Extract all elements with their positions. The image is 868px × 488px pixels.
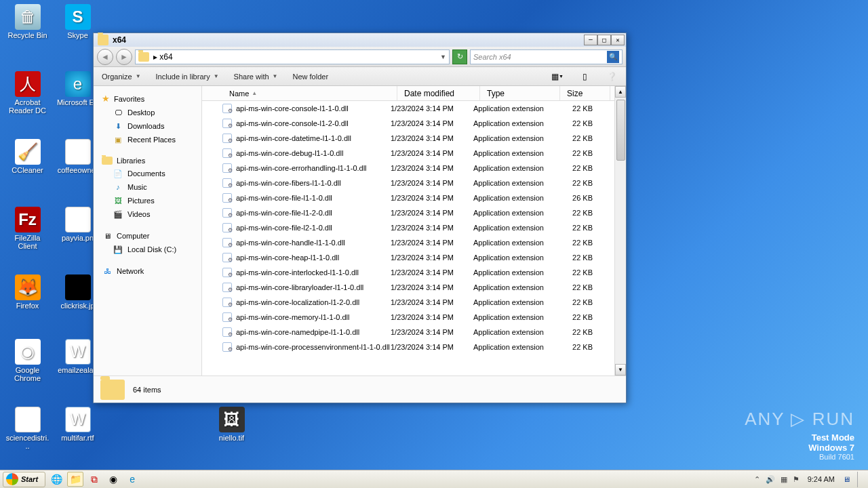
file-date: 1/23/2024 3:14 PM	[391, 179, 473, 187]
scroll-up-button[interactable]: ▲	[615, 86, 626, 98]
file-name: api-ms-win-core-errorhandling-l1-1-0.dll	[236, 164, 367, 172]
col-date[interactable]: Date modified	[397, 86, 480, 100]
desktop-icon-filezilla-client[interactable]: FzFileZilla Client	[5, 207, 50, 250]
help-button[interactable]: ❔	[606, 70, 618, 83]
breadcrumb[interactable]: ▸ x64	[153, 52, 173, 62]
file-row[interactable]: api-ms-win-core-memory-l1-1-0.dll1/23/20…	[202, 310, 626, 325]
desktop-icon-niello-tif[interactable]: 🖼niello.tif	[210, 407, 254, 442]
tray-network-icon[interactable]: ▦	[781, 475, 787, 484]
chevron-down-icon[interactable]: ▼	[440, 54, 446, 60]
tray-volume-icon[interactable]: 🔊	[766, 475, 775, 484]
tray-expand-icon[interactable]: ⌃	[754, 475, 760, 484]
tray-monitor-icon[interactable]: 🖥	[843, 475, 850, 483]
titlebar[interactable]: x64 ─ □ ✕	[94, 33, 626, 47]
search-icon[interactable]: 🔍	[607, 51, 619, 63]
close-button[interactable]: ✕	[611, 35, 625, 45]
taskbar-chrome[interactable]: ◉	[105, 472, 121, 487]
show-desktop-button[interactable]	[857, 472, 864, 487]
app-icon	[65, 207, 91, 232]
preview-pane-button[interactable]: ▯	[578, 70, 591, 83]
nav-favorites[interactable]: ★Favorites	[96, 92, 199, 106]
libraries-icon	[102, 157, 113, 165]
file-row[interactable]: api-ms-win-core-console-l1-1-0.dll1/23/2…	[202, 101, 626, 116]
app-icon: 人	[15, 71, 41, 97]
nav-network[interactable]: 🖧Network	[96, 264, 199, 278]
organize-button[interactable]: Organize▼	[102, 73, 141, 81]
minimize-button[interactable]: ─	[584, 35, 597, 45]
nav-libraries[interactable]: Libraries	[96, 155, 199, 167]
taskbar-ie[interactable]: 🌐	[48, 472, 64, 487]
file-row[interactable]: api-ms-win-core-datetime-l1-1-0.dll1/23/…	[202, 131, 626, 146]
tray-clock[interactable]: 9:24 AM	[805, 475, 837, 483]
back-button[interactable]: ◄	[97, 49, 113, 65]
file-row[interactable]: api-ms-win-core-interlocked-l1-1-0.dll1/…	[202, 265, 626, 280]
file-type: Application extension	[473, 134, 553, 142]
nav-recent[interactable]: ▣Recent Places	[96, 133, 199, 146]
search-input[interactable]: Search x64 🔍	[470, 49, 623, 64]
window-title: x64	[113, 35, 584, 45]
taskbar-acrobat[interactable]: ⧉	[86, 472, 102, 487]
file-row[interactable]: api-ms-win-core-handle-l1-1-0.dll1/23/20…	[202, 235, 626, 250]
scroll-thumb[interactable]	[616, 100, 625, 161]
file-size: 22 KB	[553, 313, 601, 321]
file-row[interactable]: api-ms-win-core-console-l1-2-0.dll1/23/2…	[202, 116, 626, 131]
file-row[interactable]: api-ms-win-core-localization-l1-2-0.dll1…	[202, 295, 626, 310]
address-field[interactable]: ▸ x64 ▼	[135, 49, 450, 64]
file-row[interactable]: api-ms-win-core-debug-l1-1-0.dll1/23/202…	[202, 146, 626, 161]
nav-computer[interactable]: 🖥Computer	[96, 229, 199, 243]
app-icon	[65, 139, 91, 165]
nav-localdisk[interactable]: 💾Local Disk (C:)	[96, 243, 199, 256]
file-row[interactable]: api-ms-win-core-file-l1-1-0.dll1/23/2024…	[202, 190, 626, 205]
icon-label: Google Chrome	[5, 366, 50, 382]
app-icon: Fz	[15, 207, 41, 232]
file-date: 1/23/2024 3:14 PM	[391, 209, 473, 217]
col-size[interactable]: Size	[560, 86, 610, 100]
tray-flag-icon[interactable]: ⚑	[793, 475, 800, 484]
file-row[interactable]: api-ms-win-core-fibers-l1-1-0.dll1/23/20…	[202, 176, 626, 190]
nav-desktop[interactable]: 🖵Desktop	[96, 106, 199, 119]
forward-button[interactable]: ►	[116, 49, 132, 65]
view-options-button[interactable]: ▦ ▼	[551, 70, 564, 83]
file-date: 1/23/2024 3:14 PM	[391, 194, 473, 202]
desktop-icon-ccleaner[interactable]: 🧹CCleaner	[5, 139, 50, 174]
file-row[interactable]: api-ms-win-core-file-l2-1-0.dll1/23/2024…	[202, 220, 626, 235]
desktop-icon-sciencedistri-[interactable]: sciencedistri...	[5, 407, 50, 450]
desktop-icon-recycle-bin[interactable]: 🗑Recycle Bin	[5, 4, 50, 39]
file-row[interactable]: api-ms-win-core-processenvironment-l1-1-…	[202, 340, 626, 354]
file-row[interactable]: api-ms-win-core-heap-l1-1-0.dll1/23/2024…	[202, 250, 626, 265]
file-row[interactable]: api-ms-win-core-libraryloader-l1-1-0.dll…	[202, 280, 626, 295]
file-name: api-ms-win-core-file-l1-2-0.dll	[236, 209, 332, 217]
desktop-icon-acrobat-reader-dc[interactable]: 人Acrobat Reader DC	[5, 71, 50, 115]
file-name: api-ms-win-core-file-l2-1-0.dll	[236, 224, 332, 232]
nav-pictures[interactable]: 🖼Pictures	[96, 194, 199, 207]
desktop-icon-multifar-rtf[interactable]: Wmultifar.rtf	[56, 407, 100, 442]
file-row[interactable]: api-ms-win-core-errorhandling-l1-1-0.dll…	[202, 161, 626, 176]
maximize-button[interactable]: □	[597, 35, 611, 45]
desktop-icon-firefox[interactable]: 🦊Firefox	[5, 274, 50, 310]
col-name[interactable]: Name▲	[222, 86, 397, 100]
scrollbar[interactable]: ▲ ▼	[614, 86, 626, 375]
file-row[interactable]: api-ms-win-core-namedpipe-l1-1-0.dll1/23…	[202, 325, 626, 340]
include-library-button[interactable]: Include in library▼	[156, 73, 219, 81]
taskbar-edge[interactable]: e	[124, 472, 140, 487]
desktop-icon-google-chrome[interactable]: ◉Google Chrome	[5, 339, 50, 382]
col-type[interactable]: Type	[480, 86, 560, 100]
file-row[interactable]: api-ms-win-core-file-l1-2-0.dll1/23/2024…	[202, 205, 626, 220]
nav-documents[interactable]: 📄Documents	[96, 167, 199, 180]
share-with-button[interactable]: Share with▼	[234, 73, 278, 81]
file-type: Application extension	[473, 268, 553, 277]
file-size: 22 KB	[553, 149, 601, 157]
icon-label: Acrobat Reader DC	[5, 98, 50, 115]
file-date: 1/23/2024 3:14 PM	[391, 119, 473, 127]
scroll-down-button[interactable]: ▼	[615, 364, 626, 375]
refresh-button[interactable]: ↻	[452, 49, 467, 64]
file-name: api-ms-win-core-heap-l1-1-0.dll	[236, 253, 339, 262]
start-button[interactable]: Start	[3, 472, 45, 487]
nav-downloads[interactable]: ⬇Downloads	[96, 119, 199, 133]
nav-music[interactable]: ♪Music	[96, 180, 199, 194]
nav-videos[interactable]: 🎬Videos	[96, 207, 199, 221]
app-icon	[65, 274, 91, 300]
taskbar-explorer[interactable]: 📁	[67, 472, 83, 487]
file-name: api-ms-win-core-handle-l1-1-0.dll	[236, 239, 345, 247]
new-folder-button[interactable]: New folder	[292, 73, 328, 81]
